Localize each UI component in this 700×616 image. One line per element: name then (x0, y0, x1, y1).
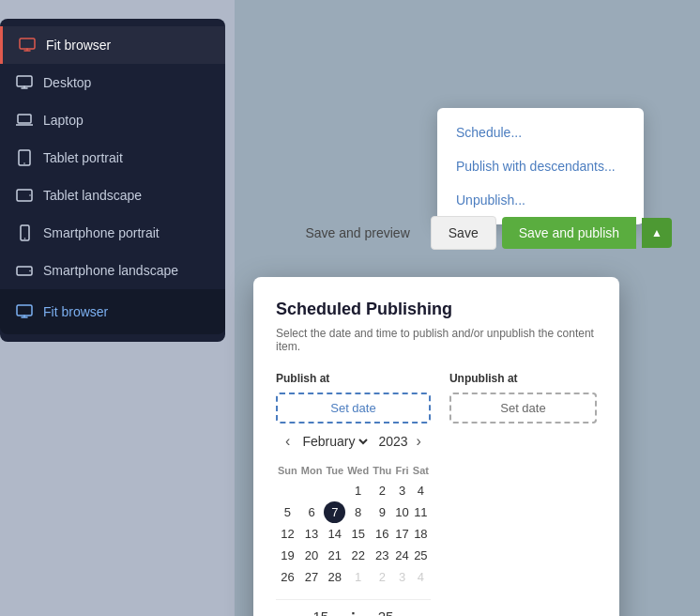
calendar-day[interactable]: 18 (411, 523, 431, 545)
calendar-day-selected[interactable]: 7 (324, 501, 345, 523)
save-button[interactable]: Save (431, 216, 496, 250)
sidebar-item-desktop[interactable]: Desktop (0, 64, 225, 101)
calendar-day[interactable]: 2 (371, 480, 393, 501)
calendar-day[interactable]: 3 (393, 480, 410, 501)
dropdown-item-unpublish[interactable]: Unpublish... (437, 183, 644, 217)
svg-point-8 (23, 238, 25, 239)
sidebar-item-label: Tablet landscape (43, 188, 142, 203)
publish-dropdown-button[interactable]: ▲ (642, 218, 672, 248)
calendar-day[interactable]: 2 (371, 566, 393, 588)
day-header-wed: Wed (345, 461, 371, 480)
sidebar-item-label: Fit browser (46, 38, 111, 53)
sidebar-item-label: Tablet portrait (43, 150, 123, 165)
dropdown-item-label: Publish with descendants... (456, 159, 616, 174)
sidebar-item-label: Desktop (43, 75, 91, 90)
modal-container: Scheduled Publishing Select the date and… (253, 277, 619, 616)
calendar-day[interactable]: 24 (393, 545, 410, 566)
calendar-day[interactable]: 12 (276, 523, 299, 545)
toolbar: Save and preview Save Save and publish ▲ (290, 216, 672, 250)
day-header-thu: Thu (371, 461, 393, 480)
calendar-day[interactable]: 19 (276, 545, 299, 566)
day-header-tue: Tue (324, 461, 345, 480)
modal-columns: Publish at Set date ‹ February 2023 (276, 372, 597, 616)
sidebar-item-tablet-landscape[interactable]: Tablet landscape (0, 177, 225, 214)
calendar-day[interactable]: 8 (345, 501, 371, 523)
calendar-day[interactable]: 28 (324, 566, 345, 588)
sidebar-item-fit-browser-top[interactable]: Fit browser (0, 26, 225, 64)
calendar-prev-button[interactable]: ‹ (280, 431, 296, 452)
calendar-day[interactable]: 13 (299, 523, 325, 545)
month-select[interactable]: February (298, 433, 371, 450)
monitor-icon (18, 36, 37, 54)
calendar-day[interactable]: 9 (371, 501, 393, 523)
calendar-day[interactable]: 4 (411, 480, 431, 501)
chevron-right-icon: › (417, 433, 421, 449)
calendar-day[interactable]: 14 (324, 523, 345, 545)
unpublish-at-label: Unpublish at (449, 372, 597, 385)
sidebar: Fit browser Desktop Laptop Tablet portra… (0, 19, 225, 342)
publish-at-label: Publish at (276, 372, 431, 385)
sidebar-item-tablet-portrait[interactable]: Tablet portrait (0, 139, 225, 177)
sidebar-item-label: Laptop (43, 113, 84, 128)
svg-point-10 (29, 270, 31, 271)
sidebar-item-fit-browser-bottom[interactable]: Fit browser (0, 293, 225, 331)
calendar-day[interactable]: 5 (276, 501, 299, 523)
calendar-day[interactable]: 15 (345, 523, 371, 545)
sidebar-item-smartphone-landscape[interactable]: Smartphone landscape (0, 252, 225, 289)
dropdown-item-publish-descendants[interactable]: Publish with descendants... (437, 149, 644, 183)
sidebar-item-label: Fit browser (43, 304, 108, 319)
calendar-next-button[interactable]: › (411, 431, 427, 452)
calendar-day[interactable]: 6 (299, 501, 325, 523)
calendar-day[interactable]: 1 (345, 480, 371, 501)
sidebar-item-laptop[interactable]: Laptop (0, 101, 225, 139)
svg-point-4 (23, 162, 25, 164)
table-row: 26 27 28 1 2 3 4 (276, 566, 431, 588)
calendar-header: ‹ February 2023 › (276, 431, 431, 452)
calendar-day[interactable]: 27 (299, 566, 325, 588)
modal-title: Scheduled Publishing (276, 300, 597, 319)
calendar-day[interactable]: 22 (345, 545, 371, 566)
calendar-day[interactable]: 11 (411, 501, 431, 523)
table-row: 1 2 3 4 (276, 480, 431, 501)
hours-input[interactable] (298, 608, 343, 617)
calendar-day[interactable]: 26 (276, 566, 299, 588)
calendar-day[interactable]: 3 (393, 566, 410, 588)
dropdown-item-schedule[interactable]: Schedule... (437, 116, 644, 149)
monitor-bottom-icon (15, 302, 34, 321)
calendar-day[interactable] (324, 480, 345, 501)
smartphone-landscape-icon (15, 261, 34, 280)
svg-rect-0 (20, 38, 35, 49)
sidebar-item-label: Smartphone landscape (43, 263, 178, 278)
monitor-icon (15, 73, 34, 92)
smartphone-portrait-icon (15, 223, 34, 242)
set-unpublish-date-button[interactable]: Set date (449, 393, 597, 424)
dropdown-item-label: Unpublish... (456, 192, 525, 208)
calendar-day[interactable]: 20 (299, 545, 325, 566)
table-row: 5 6 7 8 9 10 11 (276, 501, 431, 523)
tablet-portrait-icon (15, 148, 34, 167)
save-preview-button[interactable]: Save and preview (290, 217, 424, 249)
day-header-sat: Sat (411, 461, 431, 480)
table-row: 19 20 21 22 23 24 25 (276, 545, 431, 566)
calendar-day[interactable]: 16 (371, 523, 393, 545)
calendar-day[interactable]: 25 (411, 545, 431, 566)
sidebar-item-smartphone-portrait[interactable]: Smartphone portrait (0, 214, 225, 252)
svg-rect-11 (17, 305, 32, 316)
save-publish-button[interactable]: Save and publish (502, 217, 636, 249)
calendar-day[interactable] (276, 480, 299, 501)
set-publish-date-button[interactable]: Set date (276, 393, 431, 424)
sidebar-item-label: Smartphone portrait (43, 225, 160, 240)
day-header-sun: Sun (276, 461, 299, 480)
calendar-day[interactable]: 1 (345, 566, 371, 588)
day-header-fri: Fri (393, 461, 410, 480)
scheduled-publishing-modal: Scheduled Publishing Select the date and… (253, 277, 619, 616)
calendar-day[interactable]: 4 (411, 566, 431, 588)
minutes-input[interactable] (363, 608, 408, 617)
calendar-day[interactable] (299, 480, 325, 501)
calendar-day[interactable]: 23 (371, 545, 393, 566)
dropdown-menu: Schedule... Publish with descendants... … (437, 108, 644, 224)
calendar-day[interactable]: 21 (324, 545, 345, 566)
calendar-day[interactable]: 17 (393, 523, 410, 545)
calendar-day[interactable]: 10 (393, 501, 410, 523)
svg-rect-2 (18, 115, 31, 123)
